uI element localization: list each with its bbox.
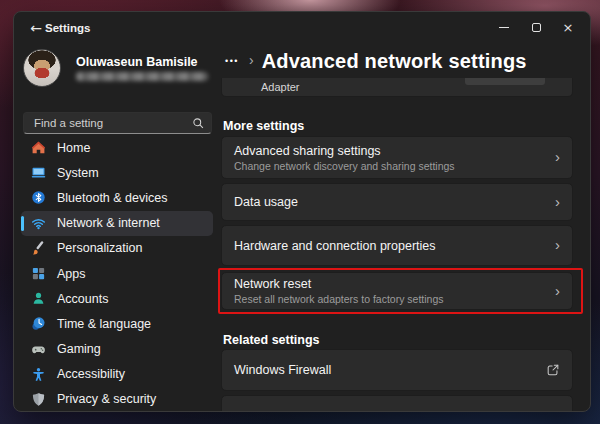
sidebar-item-personalization[interactable]: Personalization bbox=[21, 236, 213, 261]
personalization-icon bbox=[31, 241, 46, 256]
time-language-icon bbox=[31, 316, 46, 331]
external-link-icon bbox=[546, 363, 560, 377]
search-box bbox=[23, 112, 212, 134]
card-title: Windows Firewall bbox=[234, 363, 546, 377]
accessibility-icon bbox=[31, 367, 46, 382]
sidebar-item-label: Bluetooth & devices bbox=[57, 191, 168, 205]
adapter-label: Adapter bbox=[261, 81, 300, 93]
network-icon bbox=[31, 216, 46, 231]
sidebar-item-time-language[interactable]: Time & language bbox=[21, 311, 213, 336]
cutoff-button bbox=[465, 78, 545, 85]
main-content: ••• › Advanced network settings Adapter … bbox=[219, 12, 590, 411]
privacy-security-icon bbox=[31, 392, 46, 407]
card-title: Hardware and connection properties bbox=[234, 239, 555, 253]
sidebar-item-apps[interactable]: Apps bbox=[21, 261, 213, 286]
sidebar-item-label: Accessibility bbox=[57, 367, 125, 381]
sidebar-item-label: Personalization bbox=[57, 241, 142, 255]
sidebar-item-network-internet[interactable]: Network & internet bbox=[21, 211, 213, 236]
card-title: Data usage bbox=[234, 195, 555, 209]
sidebar-item-system[interactable]: System bbox=[21, 160, 213, 185]
settings-window: ← Settings × Oluwaseun Bamisile bbox=[13, 11, 591, 412]
sidebar-item-label: Gaming bbox=[57, 342, 101, 356]
chevron-right-icon: › bbox=[555, 283, 560, 300]
card-network-reset[interactable]: Network reset Reset all network adapters… bbox=[221, 272, 573, 310]
breadcrumb-separator-icon: › bbox=[249, 52, 254, 68]
user-email-redacted bbox=[76, 72, 208, 81]
section-related-settings: Related settings bbox=[223, 333, 320, 347]
sidebar-item-bluetooth-devices[interactable]: Bluetooth & devices bbox=[21, 185, 213, 210]
apps-icon bbox=[31, 266, 46, 281]
card-subtitle: Reset all network adapters to factory se… bbox=[234, 293, 555, 305]
sidebar-item-label: System bbox=[57, 166, 99, 180]
card-subtitle: Change network discovery and sharing set… bbox=[234, 160, 555, 172]
home-icon bbox=[31, 140, 46, 155]
accounts-icon bbox=[31, 291, 46, 306]
card-windows-firewall[interactable]: Windows Firewall bbox=[221, 349, 573, 391]
search-input[interactable] bbox=[24, 117, 192, 129]
section-more-settings: More settings bbox=[223, 119, 304, 133]
sidebar-item-accessibility[interactable]: Accessibility bbox=[21, 362, 213, 387]
sidebar-item-label: Accounts bbox=[57, 292, 108, 306]
card-hardware-connection-properties[interactable]: Hardware and connection properties › bbox=[221, 225, 573, 266]
sidebar-item-label: Apps bbox=[57, 267, 86, 281]
card-title: Advanced sharing settings bbox=[234, 144, 555, 158]
card-title: Network reset bbox=[234, 277, 555, 291]
sidebar-item-label: Home bbox=[57, 141, 90, 155]
sidebar-item-label: Network & internet bbox=[57, 216, 160, 230]
sidebar-item-label: Time & language bbox=[57, 317, 151, 331]
sidebar-item-privacy-security[interactable]: Privacy & security bbox=[21, 387, 213, 412]
avatar bbox=[23, 49, 61, 87]
card-advanced-sharing-settings[interactable]: Advanced sharing settings Change network… bbox=[221, 136, 573, 179]
breadcrumb: ••• › Advanced network settings bbox=[223, 48, 527, 74]
chevron-right-icon: › bbox=[555, 194, 560, 211]
breadcrumb-ellipsis[interactable]: ••• bbox=[223, 52, 241, 70]
gaming-icon bbox=[31, 342, 46, 357]
card-partial-bottom[interactable] bbox=[221, 395, 573, 412]
chevron-right-icon: › bbox=[555, 237, 560, 254]
user-name: Oluwaseun Bamisile bbox=[76, 55, 198, 69]
adapter-card-partial[interactable]: Adapter bbox=[221, 78, 573, 97]
app-title: Settings bbox=[45, 22, 90, 34]
sidebar: Oluwaseun Bamisile Home bbox=[14, 46, 219, 411]
sidebar-item-label: Privacy & security bbox=[57, 392, 156, 406]
user-profile[interactable]: Oluwaseun Bamisile bbox=[23, 49, 213, 91]
page-title: Advanced network settings bbox=[262, 50, 527, 73]
sidebar-nav: Home System Bluetooth & devices bbox=[21, 135, 213, 412]
card-data-usage[interactable]: Data usage › bbox=[221, 183, 573, 221]
sidebar-item-accounts[interactable]: Accounts bbox=[21, 286, 213, 311]
sidebar-item-gaming[interactable]: Gaming bbox=[21, 337, 213, 362]
system-icon bbox=[31, 165, 46, 180]
chevron-right-icon: › bbox=[555, 149, 560, 166]
desktop-wallpaper: ← Settings × Oluwaseun Bamisile bbox=[0, 0, 600, 424]
bluetooth-icon bbox=[31, 190, 46, 205]
sidebar-item-home[interactable]: Home bbox=[21, 135, 213, 160]
search-icon bbox=[192, 117, 205, 130]
